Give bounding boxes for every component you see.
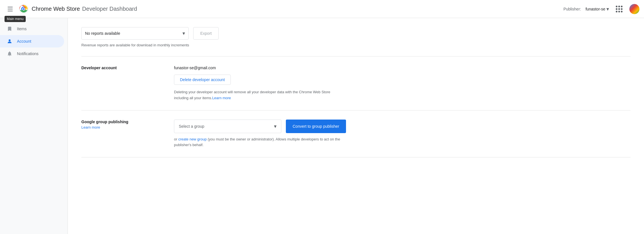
sidebar-item-items[interactable]: Items xyxy=(0,23,64,35)
reports-section: No reports available ▾ Export Revenue re… xyxy=(81,27,630,57)
group-chevron-icon: ▾ xyxy=(274,123,277,129)
publisher-name-text: funastor-se xyxy=(586,7,605,11)
publisher-label: Publisher: xyxy=(564,7,581,11)
app-subtitle: Developer Dashboard xyxy=(82,6,137,12)
group-learn-more-link[interactable]: Learn more xyxy=(81,125,160,129)
svg-point-3 xyxy=(23,8,25,10)
bookmark-icon xyxy=(7,26,12,32)
main-menu-tooltip: Main menu xyxy=(5,16,26,22)
layout: Items Account Notifications xyxy=(0,18,644,234)
reports-hint: Revenue reports are available for downlo… xyxy=(81,43,630,47)
hamburger-icon xyxy=(8,7,13,11)
sidebar-item-account-label: Account xyxy=(17,39,31,44)
developer-account-left: Developer account xyxy=(81,66,160,101)
group-publishing-title: Google group publishing xyxy=(81,120,160,124)
group-hint: or create new group (you must be the own… xyxy=(174,136,349,148)
person-icon xyxy=(7,38,12,44)
avatar[interactable] xyxy=(629,4,639,14)
header: Main menu Chrome Web Store Developer Das… xyxy=(0,0,644,18)
main-content: No reports available ▾ Export Revenue re… xyxy=(68,18,644,234)
group-publishing-left: Google group publishing Learn more xyxy=(81,120,160,148)
group-dropdown-placeholder: Select a group xyxy=(179,124,204,129)
sidebar-item-notifications[interactable]: Notifications xyxy=(0,47,64,60)
export-button[interactable]: Export xyxy=(193,27,219,40)
reports-dropdown-value: No reports available xyxy=(85,31,120,36)
svg-point-4 xyxy=(9,39,11,41)
reports-row: No reports available ▾ Export xyxy=(81,27,630,40)
sidebar: Items Account Notifications xyxy=(0,18,68,234)
convert-to-group-button[interactable]: Convert to group publisher xyxy=(286,120,346,133)
developer-learn-more-link[interactable]: Learn more xyxy=(212,96,231,100)
main-menu-button[interactable]: Main menu xyxy=(5,3,16,15)
grid-dots-icon xyxy=(616,6,623,12)
app-name: Chrome Web Store xyxy=(32,6,80,12)
publisher-chevron-icon: ▾ xyxy=(606,6,609,12)
bell-icon xyxy=(7,51,12,57)
reports-dropdown[interactable]: No reports available ▾ xyxy=(81,27,189,40)
group-dropdown[interactable]: Select a group ▾ xyxy=(174,120,281,133)
developer-email: funastor-se@gmail.com xyxy=(174,66,630,70)
sidebar-item-account[interactable]: Account xyxy=(0,35,64,47)
publisher-selector[interactable]: funastor-se ▾ xyxy=(586,6,609,12)
chrome-logo xyxy=(18,3,29,15)
header-title: Chrome Web Store Developer Dashboard xyxy=(32,6,137,12)
developer-account-title: Developer account xyxy=(81,66,160,70)
sidebar-item-items-label: Items xyxy=(17,27,27,31)
developer-account-right: funastor-se@gmail.com Delete developer a… xyxy=(174,66,630,101)
create-new-group-link[interactable]: create new group xyxy=(178,137,206,141)
reports-chevron-icon: ▾ xyxy=(182,30,185,36)
delete-hint: Deleting your developer account will rem… xyxy=(174,89,332,101)
group-row: Select a group ▾ Convert to group publis… xyxy=(174,120,630,133)
delete-account-button[interactable]: Delete developer account xyxy=(174,75,231,85)
group-publishing-section: Google group publishing Learn more Selec… xyxy=(81,110,630,158)
google-apps-button[interactable] xyxy=(613,3,625,15)
sidebar-item-notifications-label: Notifications xyxy=(17,51,38,56)
header-right: Publisher: funastor-se ▾ xyxy=(564,3,639,15)
group-publishing-right: Select a group ▾ Convert to group publis… xyxy=(174,120,630,148)
developer-account-section: Developer account funastor-se@gmail.com … xyxy=(81,57,630,110)
